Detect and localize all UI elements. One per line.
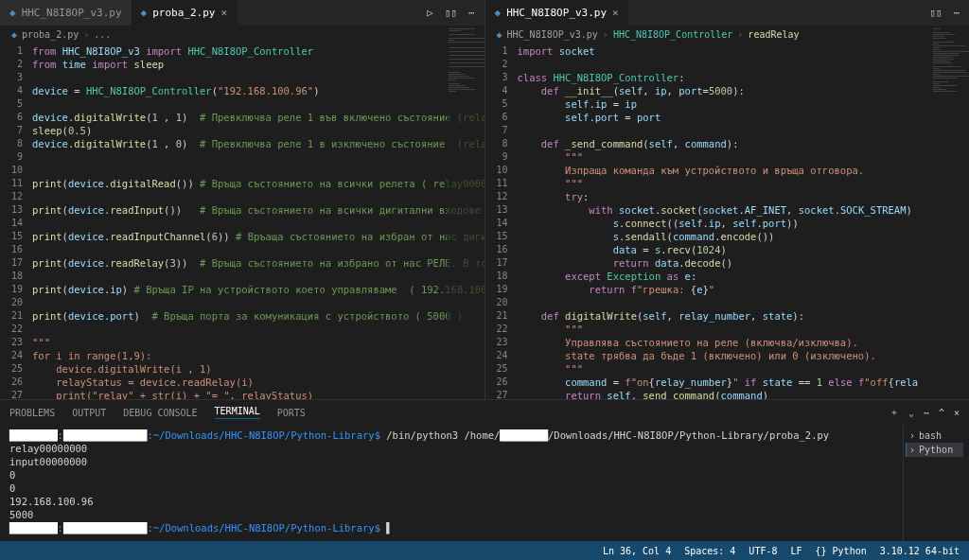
code-area[interactable]: from HHC_N8I8OP_v3 import HHC_N8I8OP_Con… — [32, 43, 484, 399]
minimap-right[interactable] — [931, 26, 969, 399]
breadcrumb-rest: ... — [94, 29, 111, 40]
status-eol[interactable]: LF — [790, 546, 802, 556]
maximize-icon[interactable]: ^ — [939, 408, 944, 418]
terminal-output[interactable]: ████████:██████████████:~/Downloads/HHC-… — [0, 425, 903, 541]
chevron-right-icon: › — [603, 29, 608, 40]
panel-tabbar: PROBLEMS OUTPUT DEBUG CONSOLE TERMINAL P… — [0, 400, 969, 425]
close-panel-icon[interactable]: × — [954, 408, 960, 418]
line-gutter: 1234567891011121314151617181920212223242… — [0, 43, 32, 399]
tab-hhc-v3[interactable]: ◆ HHC_N8I8OP_v3.py — [0, 0, 132, 26]
status-interpreter[interactable]: 3.10.12 64-bit — [880, 546, 960, 556]
terminal-icon: › — [909, 445, 915, 455]
terminal-icon: › — [909, 430, 915, 441]
chevron-right-icon: › — [83, 29, 89, 40]
terminal-panel: PROBLEMS OUTPUT DEBUG CONSOLE TERMINAL P… — [0, 399, 969, 541]
python-file-icon: ◆ — [9, 7, 16, 19]
more-icon[interactable]: ⋯ — [468, 7, 475, 19]
tab-label: HHC_N8I8OP_v3.py — [506, 7, 607, 19]
breadcrumb-right[interactable]: ◆ HHC_N8I8OP_v3.py › HHC_N8I8OP_Controll… — [485, 26, 970, 43]
new-terminal-icon[interactable]: ＋ — [890, 406, 899, 419]
tabs-left: ◆ HHC_N8I8OP_v3.py ◆ proba_2.py × ▷ ▯▯ ⋯ — [0, 0, 484, 26]
python-file-icon: ◆ — [11, 29, 17, 40]
chevron-right-icon: › — [737, 29, 743, 40]
python-file-icon: ◆ — [141, 7, 148, 19]
terminal-sidebar: › bash › Python — [903, 425, 969, 541]
split-icon[interactable]: ▯▯ — [445, 7, 457, 19]
status-encoding[interactable]: UTF-8 — [749, 546, 777, 556]
line-gutter: 1234567891011121314151617181920212223242… — [485, 43, 518, 399]
breadcrumb-file: HHC_N8I8OP_v3.py — [507, 29, 598, 40]
terminal-instance-python[interactable]: › Python — [906, 443, 963, 457]
terminal-body: ████████:██████████████:~/Downloads/HHC-… — [0, 425, 969, 541]
editor-run-controls: ▯▯ ⋯ — [920, 0, 969, 26]
more-icon[interactable]: ⋯ — [953, 7, 960, 19]
python-file-icon: ◆ — [497, 29, 502, 40]
status-spaces[interactable]: Spaces: 4 — [684, 546, 735, 556]
chevron-down-icon[interactable]: ⌄ — [908, 408, 914, 418]
tab-terminal[interactable]: TERMINAL — [215, 406, 260, 419]
code-area[interactable]: import socketclass HHC_N8I8OP_Controller… — [518, 43, 970, 399]
terminal-tools: ＋ ⌄ ⋯ ^ × — [890, 406, 960, 419]
breadcrumb-left[interactable]: ◆ proba_2.py › ... — [0, 26, 484, 43]
more-icon[interactable]: ⋯ — [924, 408, 929, 418]
tab-problems[interactable]: PROBLEMS — [9, 408, 55, 418]
editor-run-controls: ▷ ▯▯ ⋯ — [417, 0, 484, 26]
status-language[interactable]: {} Python — [816, 546, 867, 556]
status-lncol[interactable]: Ln 36, Col 4 — [603, 546, 671, 556]
breadcrumb-method: readRelay — [748, 29, 799, 40]
tab-proba2[interactable]: ◆ proba_2.py × — [132, 0, 237, 26]
terminal-instance-label: Python — [919, 445, 953, 455]
split-icon[interactable]: ▯▯ — [929, 7, 942, 19]
terminal-instance-label: bash — [919, 430, 942, 441]
minimap-left[interactable] — [447, 26, 484, 399]
editor-body-left[interactable]: 1234567891011121314151617181920212223242… — [0, 43, 484, 399]
editor-body-right[interactable]: 1234567891011121314151617181920212223242… — [485, 43, 970, 399]
tab-label: HHC_N8I8OP_v3.py — [22, 7, 122, 19]
status-bar: Ln 36, Col 4 Spaces: 4 UTF-8 LF {} Pytho… — [0, 541, 969, 560]
close-icon[interactable]: × — [612, 7, 619, 19]
editor-pane-left: ◆ HHC_N8I8OP_v3.py ◆ proba_2.py × ▷ ▯▯ ⋯… — [0, 0, 485, 399]
breadcrumb-file: proba_2.py — [22, 29, 79, 40]
breadcrumb-class: HHC_N8I8OP_Controller — [613, 29, 732, 40]
tab-debug-console[interactable]: DEBUG CONSOLE — [123, 408, 197, 418]
tab-label: proba_2.py — [152, 7, 215, 19]
python-file-icon: ◆ — [495, 7, 502, 19]
close-icon[interactable]: × — [220, 7, 227, 19]
run-icon[interactable]: ▷ — [427, 7, 433, 19]
tabs-right: ◆ HHC_N8I8OP_v3.py × ▯▯ ⋯ — [485, 0, 970, 26]
editor-pane-right: ◆ HHC_N8I8OP_v3.py × ▯▯ ⋯ ◆ HHC_N8I8OP_v… — [485, 0, 970, 399]
tab-output[interactable]: OUTPUT — [72, 408, 106, 418]
tab-hhc-v3-right[interactable]: ◆ HHC_N8I8OP_v3.py × — [485, 0, 628, 26]
terminal-instance-bash[interactable]: › bash — [909, 429, 963, 443]
main-split: ◆ HHC_N8I8OP_v3.py ◆ proba_2.py × ▷ ▯▯ ⋯… — [0, 0, 969, 399]
tab-ports[interactable]: PORTS — [277, 408, 306, 418]
